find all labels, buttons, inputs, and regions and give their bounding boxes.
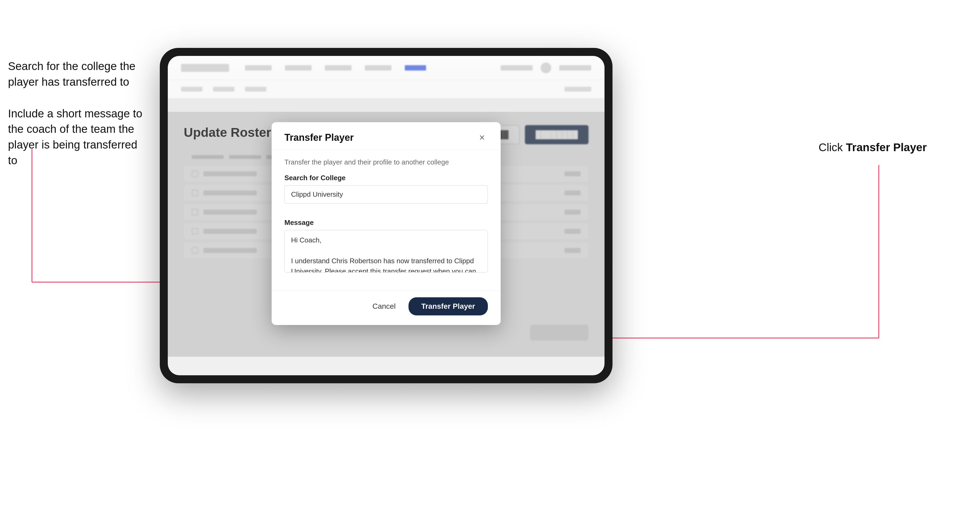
transfer-player-button[interactable]: Transfer Player [409, 297, 488, 316]
sub-nav-item [245, 87, 266, 92]
search-college-label: Search for College [285, 174, 488, 182]
modal-footer: Cancel Transfer Player [272, 290, 501, 325]
topbar-nav [245, 65, 426, 71]
main-content: Update Roster ████████████ ████████ [168, 112, 605, 357]
sub-nav-right [565, 87, 591, 92]
topbar-nav-item [245, 65, 272, 71]
message-group: Message [285, 219, 488, 274]
tablet-frame: Update Roster ████████████ ████████ [160, 48, 612, 383]
modal-header: Transfer Player × [272, 122, 501, 150]
annotation-click-prefix: Click [819, 141, 846, 154]
search-college-input[interactable] [285, 185, 488, 204]
modal-close-button[interactable]: × [476, 132, 488, 143]
gray-bar [168, 98, 605, 112]
topbar-nav-item-active [405, 65, 426, 71]
message-label: Message [285, 219, 488, 227]
annotation-search-note: Search for the college the player has tr… [8, 59, 146, 90]
tablet-screen: Update Roster ████████████ ████████ [168, 56, 605, 375]
topbar-avatar [541, 62, 551, 73]
left-annotations: Search for the college the player has tr… [8, 59, 146, 184]
modal-body: Transfer the player and their profile to… [272, 150, 501, 290]
message-textarea[interactable] [285, 230, 488, 273]
sub-nav-item [213, 87, 234, 92]
annotation-message-note: Include a short message to the coach of … [8, 106, 146, 168]
cancel-button[interactable]: Cancel [366, 298, 402, 315]
modal-subtitle: Transfer the player and their profile to… [285, 158, 488, 167]
search-college-group: Search for College [285, 174, 488, 211]
topbar-nav-item [365, 65, 391, 71]
topbar-logo [181, 64, 229, 72]
topbar-nav-item [285, 65, 312, 71]
sub-nav-item [181, 87, 202, 92]
right-annotation: Click Transfer Player [819, 141, 927, 154]
sub-nav [168, 80, 605, 98]
app-topbar [168, 56, 605, 80]
annotation-transfer-bold: Transfer Player [846, 141, 927, 154]
modal-overlay: Transfer Player × Transfer the player an… [168, 112, 605, 357]
modal-title: Transfer Player [285, 132, 354, 143]
topbar-nav-item [325, 65, 352, 71]
topbar-right-item [501, 65, 533, 71]
transfer-player-modal: Transfer Player × Transfer the player an… [272, 122, 501, 325]
topbar-right-item [559, 65, 591, 71]
topbar-right [501, 62, 591, 73]
